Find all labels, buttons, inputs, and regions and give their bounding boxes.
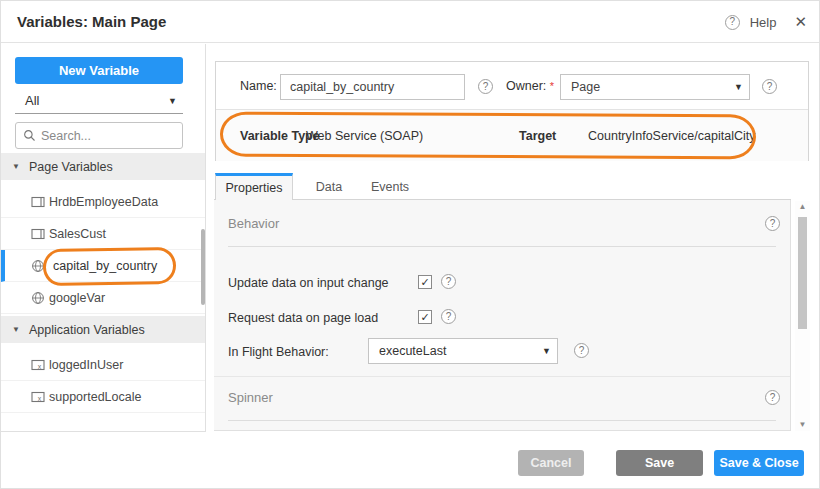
sidebar-item-googlevar[interactable]: googleVar bbox=[1, 282, 205, 314]
tab-events[interactable]: Events bbox=[362, 173, 418, 200]
owner-help-icon[interactable]: ? bbox=[762, 79, 777, 94]
globe-icon bbox=[31, 259, 45, 273]
save-and-close-button[interactable]: Save & Close bbox=[714, 450, 804, 476]
variable-type-value: Web Service (SOAP) bbox=[306, 129, 423, 143]
variable-summary-form: Name: * ? Owner: * Page ▼ ? Variable Typ… bbox=[215, 61, 809, 161]
spinner-section-title: Spinner bbox=[228, 390, 273, 405]
required-asterisk: * bbox=[550, 80, 554, 92]
tab-data[interactable]: Data bbox=[306, 173, 352, 200]
variables-sidebar: New Variable All ▼ ▼ Page Variables Hrdb… bbox=[1, 44, 206, 432]
target-value: CountryInfoService/capitalCity bbox=[588, 129, 755, 143]
header-actions: ? Help ✕ bbox=[725, 13, 807, 31]
properties-scrollbar: ▲ ▼ bbox=[795, 201, 810, 431]
sidebar-item-loggedinuser[interactable]: x loggedInUser bbox=[1, 349, 205, 381]
variable-icon: x bbox=[31, 390, 45, 404]
chevron-down-icon: ▼ bbox=[734, 82, 743, 92]
scroll-up-icon[interactable]: ▲ bbox=[795, 201, 810, 213]
update-on-input-change-label: Update data on input change bbox=[228, 276, 389, 290]
name-help-icon[interactable]: ? bbox=[478, 79, 493, 94]
sidebar-item-salescust[interactable]: SalesCust bbox=[1, 218, 205, 250]
properties-panel: Behavior ? Update data on input change ?… bbox=[214, 200, 791, 431]
name-label: Name: * bbox=[240, 79, 285, 93]
name-owner-row: Name: * ? Owner: * Page ▼ ? bbox=[216, 62, 808, 109]
data-provider-icon bbox=[31, 195, 45, 209]
request-on-page-load-label: Request data on page load bbox=[228, 311, 378, 325]
variable-type-row: Variable Type Web Service (SOAP) Target … bbox=[216, 110, 808, 161]
help-icon[interactable]: ? bbox=[725, 15, 740, 30]
search-box bbox=[15, 122, 183, 149]
in-flight-behavior-help-icon[interactable]: ? bbox=[574, 343, 589, 358]
new-variable-button[interactable]: New Variable bbox=[15, 57, 183, 84]
sidebar-group-application-variables[interactable]: ▼ Application Variables bbox=[1, 316, 205, 343]
search-icon bbox=[23, 129, 36, 142]
collapse-triangle-icon: ▼ bbox=[12, 162, 20, 171]
update-on-input-change-checkbox[interactable] bbox=[418, 275, 432, 289]
request-on-page-load-checkbox[interactable] bbox=[418, 310, 432, 324]
section-divider bbox=[228, 420, 776, 421]
svg-text:x: x bbox=[38, 362, 42, 369]
detail-tabs: Properties Data Events bbox=[214, 173, 791, 200]
sidebar-group-page-variables[interactable]: ▼ Page Variables bbox=[1, 153, 205, 180]
behavior-section-title: Behavior bbox=[228, 216, 279, 231]
sidebar-item-supportedlocale[interactable]: x supportedLocale bbox=[1, 381, 205, 413]
help-link[interactable]: Help bbox=[750, 15, 777, 30]
owner-select[interactable]: Page ▼ bbox=[560, 74, 750, 100]
sidebar-item-capital-by-country[interactable]: capital_by_country bbox=[1, 250, 205, 282]
spinner-help-icon[interactable]: ? bbox=[765, 390, 780, 405]
behavior-help-icon[interactable]: ? bbox=[765, 216, 780, 231]
target-label: Target bbox=[519, 129, 556, 143]
owner-label: Owner: * bbox=[506, 79, 554, 93]
svg-text:x: x bbox=[38, 394, 42, 401]
update-on-input-change-help-icon[interactable]: ? bbox=[441, 274, 456, 289]
search-input[interactable] bbox=[41, 129, 161, 143]
in-flight-behavior-label: In Flight Behavior: bbox=[228, 345, 329, 359]
variable-icon: x bbox=[31, 358, 45, 372]
globe-icon bbox=[31, 291, 45, 305]
in-flight-behavior-value: executeLast bbox=[369, 344, 446, 358]
cancel-button[interactable]: Cancel bbox=[518, 450, 584, 476]
in-flight-behavior-select[interactable]: executeLast ▼ bbox=[368, 338, 558, 364]
scrollbar-thumb[interactable] bbox=[798, 217, 807, 329]
chevron-down-icon: ▼ bbox=[542, 346, 551, 356]
request-on-page-load-help-icon[interactable]: ? bbox=[441, 309, 456, 324]
owner-value: Page bbox=[561, 80, 600, 94]
variable-filter-value: All bbox=[15, 93, 39, 108]
collapse-triangle-icon: ▼ bbox=[12, 325, 20, 334]
data-provider-icon bbox=[31, 227, 45, 241]
dialog-header: Variables: Main Page ? Help ✕ bbox=[1, 1, 820, 43]
section-divider bbox=[228, 246, 776, 247]
tab-properties[interactable]: Properties bbox=[215, 173, 293, 201]
variables-dialog: Variables: Main Page ? Help ✕ New Variab… bbox=[0, 0, 820, 489]
section-separator bbox=[214, 376, 790, 377]
name-input[interactable] bbox=[280, 74, 465, 100]
sidebar-item-hrdbemployeedata[interactable]: HrdbEmployeeData bbox=[1, 186, 205, 218]
chevron-down-icon: ▼ bbox=[168, 96, 177, 106]
close-icon[interactable]: ✕ bbox=[794, 13, 807, 31]
scroll-down-icon[interactable]: ▼ bbox=[795, 419, 810, 431]
save-button[interactable]: Save bbox=[616, 450, 703, 476]
variable-filter-select[interactable]: All ▼ bbox=[15, 88, 183, 114]
sidebar-scrollbar-thumb[interactable] bbox=[201, 229, 205, 305]
page-title: Variables: Main Page bbox=[17, 13, 166, 30]
